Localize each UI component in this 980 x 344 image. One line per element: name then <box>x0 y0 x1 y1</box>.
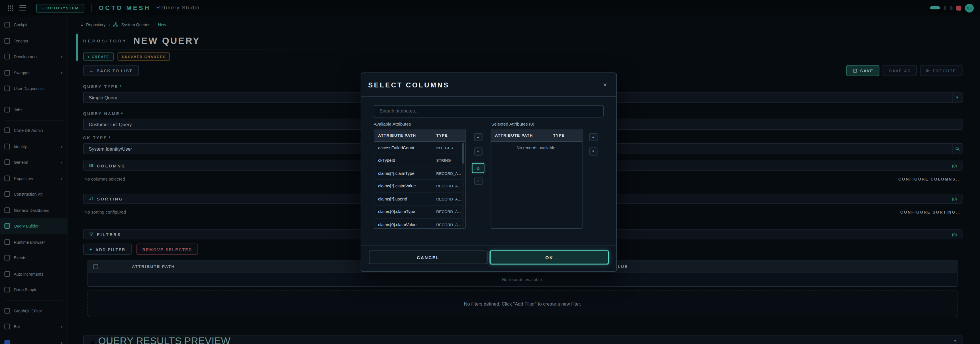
attribute-search-input[interactable] <box>374 105 604 117</box>
available-list-scrollbar[interactable] <box>462 142 465 227</box>
move-down-button[interactable]: ▼ <box>589 147 597 155</box>
attribute-row[interactable]: claims[0].claimValueRECORD_A... <box>374 219 465 228</box>
attribute-path-header: ATTRIBUTE PATH <box>491 133 553 137</box>
dialog-body: Available Attributes Selected Attributes… <box>361 97 616 245</box>
add-selected-button[interactable]: + <box>474 133 482 141</box>
move-up-button[interactable]: ▲ <box>589 133 597 141</box>
selected-attributes-list: ATTRIBUTE PATH TYPE No records available… <box>490 128 582 228</box>
type-header: TYPE <box>436 133 465 137</box>
selected-attributes-label: Selected Attributes (0) <box>491 122 534 126</box>
attribute-row[interactable]: ckTypeIdSTRING <box>374 154 465 167</box>
dialog-footer: CANCEL OK <box>361 245 616 271</box>
attribute-row[interactable]: accessFailedCountINTEGER <box>374 141 465 154</box>
picker-controls: + − » ‹ <box>466 128 490 228</box>
move-all-right-button[interactable]: » <box>472 163 484 173</box>
move-left-button[interactable]: ‹ <box>474 176 482 185</box>
attribute-picker: ATTRIBUTE PATH TYPE accessFailedCountINT… <box>374 128 604 228</box>
attribute-row[interactable]: claims[*].claimValueRECORD_A... <box>374 180 465 193</box>
available-list-header: ATTRIBUTE PATH TYPE <box>374 129 465 141</box>
available-attributes-label: Available Attributes <box>374 122 491 126</box>
ok-button[interactable]: OK <box>490 250 609 264</box>
selected-list-header: ATTRIBUTE PATH TYPE <box>491 129 582 141</box>
screen: + OCTOSYSTEM OCTO MESH Refinery Studio G… <box>0 0 980 344</box>
dialog-header: SELECT COLUMNS × <box>361 73 616 97</box>
cancel-button[interactable]: CANCEL <box>369 250 487 264</box>
scrollbar-thumb[interactable] <box>462 143 465 163</box>
attribute-row[interactable]: claims[*].claimTypeRECORD_A... <box>374 167 465 180</box>
attribute-row[interactable]: claims[*].userIdRECORD_A... <box>374 193 465 206</box>
dialog-title: SELECT COLUMNS <box>368 81 449 88</box>
attribute-path-header: ATTRIBUTE PATH <box>374 133 436 137</box>
close-icon[interactable]: × <box>601 80 609 89</box>
selected-empty-text: No records available. <box>491 145 582 149</box>
select-columns-dialog: SELECT COLUMNS × Available Attributes Se… <box>361 72 617 272</box>
remove-selected-button[interactable]: − <box>474 147 482 155</box>
reorder-controls: ▲ ▼ <box>582 128 604 228</box>
attribute-row[interactable]: claims[0].claimTypeRECORD_A... <box>374 206 465 219</box>
available-attributes-list: ATTRIBUTE PATH TYPE accessFailedCountINT… <box>374 128 466 228</box>
type-header: TYPE <box>553 133 582 137</box>
list-labels: Available Attributes Selected Attributes… <box>374 122 604 126</box>
